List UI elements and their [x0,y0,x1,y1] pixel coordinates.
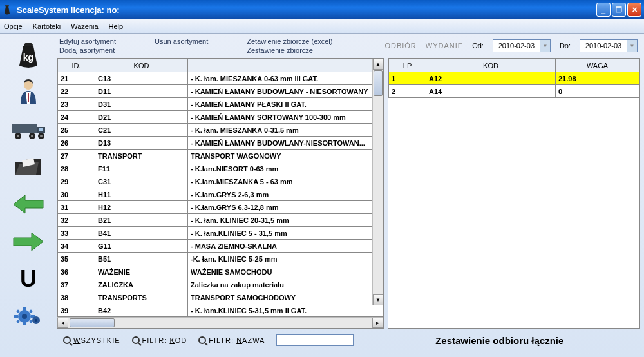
summary-link[interactable]: Zestawienie zbiorcze [247,46,332,54]
truck-icon[interactable] [10,115,46,144]
edit-assortment-link[interactable]: Edytuj asortyment [59,37,116,45]
bottom-bar: WSZYSTKIE FILTR: KOD FILTR: NAZWA Zestaw… [57,329,640,352]
wydanie-label[interactable]: WYDANIE [426,42,463,50]
table-row[interactable]: 28F11- K.łam.NIESORT 0-63 mm [58,162,383,175]
table-row[interactable]: 31H12- K.łam.GRYS 6,3-12,8 mm [58,201,383,214]
main-panel: Edytuj asortyment Dodaj asortyment Usuń … [57,34,644,357]
col-desc[interactable] [188,59,383,72]
titlebar: ScaleSystem licencja: no: _ ❐ ✕ [0,0,644,19]
svg-rect-21 [16,320,20,323]
table-row[interactable]: 29C31- K.łam.MIESZANKA 5 - 63 mm [58,175,383,188]
table-row[interactable]: 34G11- MASA ZIEMNO-SKALNA [58,240,383,253]
table-row[interactable]: 25C21- K. łam. MIESZANKA 0-31,5 mm [58,124,383,137]
horizontal-scrollbar[interactable]: ◄ ► [57,317,383,328]
svg-rect-15 [23,307,26,311]
add-assortment-link[interactable]: Dodaj asortyment [59,46,116,54]
search-icon [198,336,206,344]
menu-help[interactable]: Help [109,23,124,30]
chevron-down-icon[interactable]: ▼ [540,40,550,52]
table-row[interactable]: 27TRANSPORTTRANSPORT WAGONOWY [58,150,383,162]
table-row[interactable]: 22D11- KAMIEŃ ŁAMANY BUDOWLANY - NIESORT… [58,85,383,98]
svg-point-10 [31,135,33,137]
table-row[interactable]: 35B51-K. łam. KLINIEC 5-25 mm [58,253,383,265]
action-row: Edytuj asortyment Dodaj asortyment Usuń … [57,36,640,58]
table-row[interactable]: 30H11- K.łam.GRYS 2-6,3 mm [58,188,383,201]
menu-kartoteki[interactable]: Kartoteki [33,23,61,30]
menu-wazenia[interactable]: Ważenia [71,23,98,30]
svg-rect-20 [29,309,33,313]
vertical-scrollbar[interactable]: ▲ ▼ [372,59,383,305]
search-icon [132,336,140,344]
filter-all-button[interactable]: WSZYSTKIE [63,336,120,344]
filter-nazwa-button[interactable]: FILTR: NAZWA [198,336,265,344]
table-row[interactable]: 24D21- KAMIEŃ ŁAMANY SORTOWANY 100-300 m… [58,111,383,124]
svg-rect-6 [39,128,43,131]
weight-icon[interactable]: kg [10,40,46,70]
table-row[interactable]: 1A1221.98 [389,72,639,85]
chevron-down-icon[interactable]: ▼ [627,40,637,52]
table-row[interactable]: 23D31- KAMIEŃ ŁAMANY PŁASKI II GAT. [58,98,383,111]
col-kod2[interactable]: KOD [426,59,556,72]
close-button[interactable]: ✕ [627,3,641,17]
table-row[interactable]: 38TRANSPORTSTRANSPORT SAMOCHODOWY [58,291,383,304]
svg-point-8 [17,135,19,137]
export-excel-link[interactable]: Zetawienie zbiorcze (excel) [247,37,332,45]
scroll-up-icon[interactable]: ▲ [373,59,383,70]
svg-text:U: U [20,266,37,292]
scroll-thumb[interactable] [374,70,383,96]
table-row[interactable]: 37ZALICZKAZaliczka na zakup materiału [58,278,383,291]
col-waga[interactable]: WAGA [556,59,639,72]
menu-opcje[interactable]: Opcje [4,23,23,30]
table-row[interactable]: 39B42- K. łam.KLINIEC 5-31,5 mm II GAT. [58,304,383,317]
assortment-table[interactable]: ID. KOD 21C13- K. łam. MIESZANKA 0-63 mm… [57,59,383,317]
svg-text:kg: kg [23,52,33,63]
arrow-right-icon[interactable] [10,227,46,256]
filter-kod-button[interactable]: FILTR: KOD [132,336,187,344]
scroll-left-icon[interactable]: ◄ [57,318,68,328]
table-row[interactable]: 33B41- K. łam.KLINIEC 5 - 31,5 mm [58,227,383,240]
arrow-left-icon[interactable] [10,189,46,219]
svg-point-23 [22,314,27,319]
table-row[interactable]: 32B21- K. łam. KLINIEC 20-31,5 mm [58,214,383,227]
table-row[interactable]: 2A140 [389,85,639,98]
delete-assortment-link[interactable]: Usuń asortyment [155,37,208,45]
col-lp[interactable]: LP [389,59,426,72]
maximize-button[interactable]: ❐ [612,3,626,17]
folder-icon[interactable] [10,152,46,182]
u-icon[interactable]: U [10,264,46,294]
date-to-input[interactable] [580,42,627,50]
svg-rect-4 [12,124,37,133]
svg-point-12 [40,135,43,137]
col-kod[interactable]: KOD [95,59,188,72]
search-icon [63,336,71,344]
summary-title: Zestawienie odbioru łącznie [365,335,634,346]
date-to-picker[interactable]: ▼ [580,39,638,52]
odbior-label[interactable]: ODBIÓR [384,42,416,50]
window-controls: _ ❐ ✕ [596,3,641,17]
svg-point-25 [35,319,37,322]
table-row[interactable]: 26D13- KAMIEŃ ŁAMANY BUDOWLANY-NIESORTOW… [58,137,383,150]
scroll-down-icon[interactable]: ▼ [373,294,383,305]
sidebar: kg U [0,34,57,357]
window-title: ScaleSystem licencja: no: [17,5,596,15]
svg-rect-22 [29,320,33,323]
do-label: Do: [560,42,571,50]
client-area: kg U Edytuj asortyment Dodaj asortyment … [0,34,644,357]
date-from-picker[interactable]: ▼ [493,39,551,52]
person-icon[interactable] [10,77,46,107]
scroll-thumb-h[interactable] [70,318,115,327]
table-row[interactable]: 36WAŻENIEWAŻENIE SAMOCHODU [58,265,383,278]
svg-rect-17 [14,315,18,318]
summary-table[interactable]: LP KOD WAGA 1A1221.982A140 [388,59,639,98]
table-row[interactable]: 21C13- K. łam. MIESZANKA 0-63 mm III GAT… [58,72,383,85]
summary-table-panel: LP KOD WAGA 1A1221.982A140 [388,58,640,329]
scroll-right-icon[interactable]: ► [372,318,383,328]
filter-input[interactable] [276,334,354,346]
svg-rect-16 [23,322,26,325]
col-id[interactable]: ID. [58,59,95,72]
svg-rect-19 [16,309,20,313]
app-icon [3,3,13,16]
gear-icon[interactable] [10,302,46,331]
date-from-input[interactable] [493,42,540,50]
minimize-button[interactable]: _ [596,3,611,17]
